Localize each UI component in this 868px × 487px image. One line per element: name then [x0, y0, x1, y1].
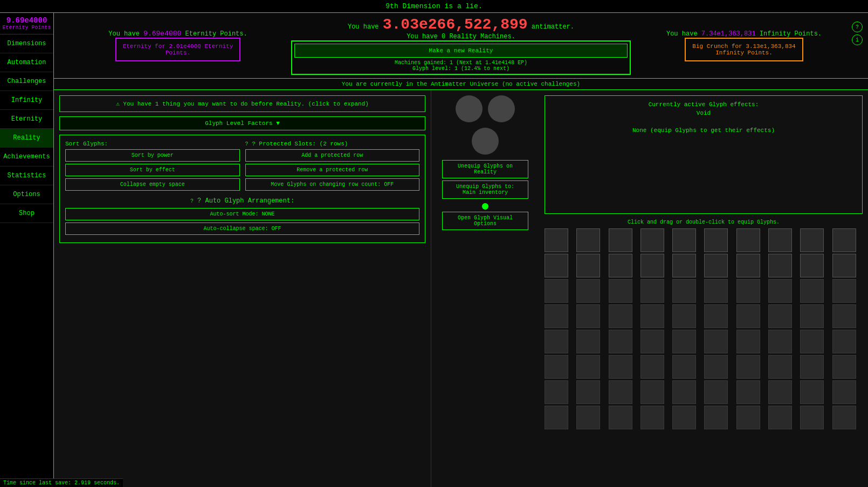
glyph-slot-circle-2[interactable]: [488, 95, 515, 122]
sort-by-effect-button[interactable]: Sort by effect: [65, 164, 240, 176]
glyph-inventory-slot[interactable]: [768, 279, 792, 303]
glyph-inventory-slot[interactable]: [704, 355, 728, 379]
glyph-inventory-slot[interactable]: [576, 406, 600, 429]
sidebar-item-achievements[interactable]: Achievements: [0, 148, 53, 166]
sidebar-item-automation[interactable]: Automation: [0, 53, 53, 72]
glyph-inventory-slot[interactable]: [800, 304, 824, 328]
sidebar-item-infinity[interactable]: Infinity: [0, 91, 53, 110]
glyph-inventory-slot[interactable]: [768, 304, 792, 328]
glyph-inventory-slot[interactable]: [800, 254, 824, 277]
glyph-inventory-slot[interactable]: [768, 380, 792, 404]
glyph-inventory-slot[interactable]: [576, 304, 600, 328]
collapse-empty-button[interactable]: Collapse empty space: [65, 178, 240, 191]
glyph-inventory-slot[interactable]: [576, 254, 600, 277]
glyph-inventory-slot[interactable]: [640, 304, 664, 328]
auto-collapse-button[interactable]: Auto-collapse space: OFF: [65, 222, 419, 235]
glyph-inventory-slot[interactable]: [768, 228, 792, 252]
glyph-inventory-slot[interactable]: [609, 228, 632, 252]
glyph-inventory-slot[interactable]: [672, 330, 696, 353]
sidebar-item-eternity[interactable]: Eternity: [0, 110, 53, 129]
glyph-inventory-slot[interactable]: [672, 254, 696, 277]
glyph-inventory-slot[interactable]: [545, 355, 568, 379]
glyph-inventory-slot[interactable]: [609, 355, 632, 379]
eternity-button[interactable]: Eternity for 2.01e4000 Eternity Points.: [115, 38, 241, 61]
glyph-inventory-slot[interactable]: [832, 330, 856, 353]
glyph-inventory-slot[interactable]: [736, 380, 760, 404]
glyph-inventory-slot[interactable]: [545, 279, 568, 303]
glyph-inventory-slot[interactable]: [832, 228, 856, 252]
glyph-inventory-slot[interactable]: [640, 228, 664, 252]
glyph-inventory-slot[interactable]: [704, 254, 728, 277]
glyph-inventory-slot[interactable]: [768, 355, 792, 379]
glyph-inventory-slot[interactable]: [672, 279, 696, 303]
auto-arrangement-help-icon[interactable]: ?: [190, 198, 194, 204]
glyph-inventory-slot[interactable]: [704, 304, 728, 328]
glyph-inventory-slot[interactable]: [609, 406, 632, 429]
sidebar-item-statistics[interactable]: Statistics: [0, 166, 53, 185]
move-glyphs-button[interactable]: Move Glyphs on changing row count: OFF: [245, 178, 420, 191]
glyph-inventory-slot[interactable]: [768, 254, 792, 277]
glyph-inventory-slot[interactable]: [609, 254, 632, 277]
glyph-inventory-slot[interactable]: [545, 380, 568, 404]
glyph-inventory-slot[interactable]: [609, 330, 632, 353]
glyph-inventory-slot[interactable]: [832, 254, 856, 277]
help-question-icon[interactable]: ?: [852, 22, 863, 32]
glyph-slot-circle-1[interactable]: [456, 95, 483, 122]
glyph-inventory-slot[interactable]: [576, 330, 600, 353]
glyph-inventory-slot[interactable]: [800, 279, 824, 303]
sidebar-item-challenges[interactable]: Challenges: [0, 72, 53, 91]
help-info-icon[interactable]: i: [852, 34, 863, 45]
glyph-inventory-slot[interactable]: [640, 406, 664, 429]
glyph-inventory-slot[interactable]: [672, 304, 696, 328]
sidebar-item-reality[interactable]: Reality: [0, 129, 53, 148]
glyph-inventory-slot[interactable]: [800, 330, 824, 353]
glyph-inventory-slot[interactable]: [832, 304, 856, 328]
glyph-inventory-slot[interactable]: [609, 279, 632, 303]
glyph-inventory-slot[interactable]: [704, 330, 728, 353]
glyph-level-factors-button[interactable]: Glyph Level Factors ▼: [59, 116, 425, 130]
glyph-inventory-slot[interactable]: [832, 355, 856, 379]
glyph-inventory-slot[interactable]: [736, 279, 760, 303]
protected-help-icon[interactable]: ?: [245, 141, 249, 147]
glyph-inventory-slot[interactable]: [704, 380, 728, 404]
glyph-inventory-slot[interactable]: [640, 330, 664, 353]
add-protected-row-button[interactable]: Add a protected row: [245, 149, 420, 162]
glyph-inventory-slot[interactable]: [545, 228, 568, 252]
glyph-inventory-slot[interactable]: [609, 304, 632, 328]
glyph-inventory-slot[interactable]: [576, 380, 600, 404]
glyph-inventory-slot[interactable]: [768, 406, 792, 429]
glyph-inventory-slot[interactable]: [736, 355, 760, 379]
glyph-inventory-slot[interactable]: [576, 228, 600, 252]
glyph-inventory-slot[interactable]: [704, 228, 728, 252]
glyph-inventory-slot[interactable]: [545, 254, 568, 277]
glyph-inventory-slot[interactable]: [832, 279, 856, 303]
glyph-inventory-slot[interactable]: [672, 228, 696, 252]
glyph-inventory-slot[interactable]: [672, 406, 696, 429]
glyph-inventory-slot[interactable]: [704, 406, 728, 429]
glyph-inventory-slot[interactable]: [640, 254, 664, 277]
glyph-inventory-slot[interactable]: [545, 304, 568, 328]
glyph-inventory-slot[interactable]: [576, 355, 600, 379]
unequip-reality-button[interactable]: Unequip Glyphs on Reality: [442, 160, 528, 178]
glyph-inventory-slot[interactable]: [800, 355, 824, 379]
glyph-inventory-slot[interactable]: [640, 279, 664, 303]
glyph-inventory-slot[interactable]: [736, 406, 760, 429]
glyph-inventory-slot[interactable]: [576, 279, 600, 303]
sidebar-item-options[interactable]: Options: [0, 185, 53, 204]
glyph-inventory-slot[interactable]: [609, 380, 632, 404]
sort-by-power-button[interactable]: Sort by power: [65, 149, 240, 162]
auto-sort-mode-button[interactable]: Auto-sort Mode: NONE: [65, 208, 419, 220]
glyph-slot-circle-3[interactable]: [472, 128, 499, 155]
glyph-inventory-slot[interactable]: [736, 254, 760, 277]
glyph-inventory-slot[interactable]: [736, 330, 760, 353]
sidebar-item-dimensions[interactable]: Dimensions: [0, 34, 53, 53]
glyph-inventory-slot[interactable]: [640, 380, 664, 404]
sidebar-item-shop[interactable]: Shop: [0, 204, 53, 223]
glyph-inventory-slot[interactable]: [545, 406, 568, 429]
glyph-inventory-slot[interactable]: [736, 228, 760, 252]
remove-protected-row-button[interactable]: Remove a protected row: [245, 164, 420, 176]
glyph-inventory-slot[interactable]: [800, 406, 824, 429]
glyph-inventory-slot[interactable]: [672, 380, 696, 404]
glyph-inventory-slot[interactable]: [736, 304, 760, 328]
glyph-inventory-slot[interactable]: [800, 380, 824, 404]
